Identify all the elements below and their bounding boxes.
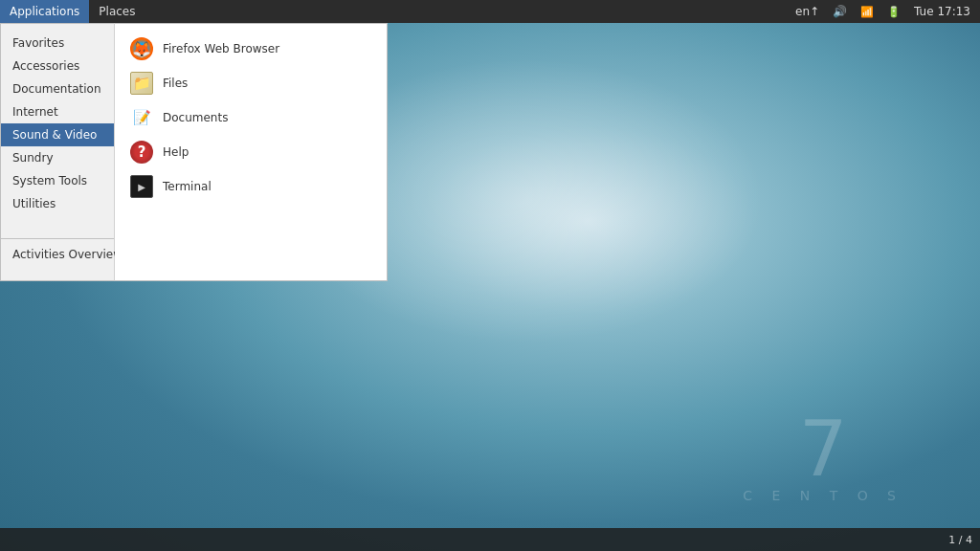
sidebar-item-internet[interactable]: Internet <box>1 100 114 123</box>
sidebar-item-accessories[interactable]: Accessories <box>1 55 114 77</box>
places-menu-button[interactable]: Places <box>89 0 145 23</box>
bottom-bar: 1 / 4 <box>0 528 980 551</box>
volume-icon-button[interactable]: 🔊 <box>829 0 851 23</box>
sidebar-item-sound-video[interactable]: Sound & Video <box>1 123 114 146</box>
panel-right: en↑ 🔊 📶 🔋 Tue 17:13 <box>791 0 980 23</box>
app-label-firefox: Firefox Web Browser <box>163 42 279 55</box>
documents-icon <box>130 106 153 129</box>
sidebar-item-activities[interactable]: Activities Overview <box>1 243 114 266</box>
sidebar-spacer <box>1 215 114 234</box>
menu-sidebar: Favorites Accessories Documentation Inte… <box>0 23 115 281</box>
app-item-firefox[interactable]: Firefox Web Browser <box>115 32 387 66</box>
panel-left: Applications Places <box>0 0 145 23</box>
top-panel: Applications Places en↑ 🔊 📶 🔋 Tue 17:13 <box>0 0 980 23</box>
centos-version-number: 7 <box>743 411 903 488</box>
workspace-indicator[interactable]: 1 / 4 <box>941 534 980 546</box>
app-label-terminal: Terminal <box>163 180 212 193</box>
battery-icon: 🔋 <box>887 6 901 18</box>
centos-watermark: 7 C E N T O S <box>743 411 903 503</box>
keyboard-lang-indicator[interactable]: en↑ <box>791 0 823 23</box>
app-item-help[interactable]: Help <box>115 135 387 169</box>
menu-content: Firefox Web Browser Files Documents Help… <box>115 23 388 281</box>
sidebar-item-documentation[interactable]: Documentation <box>1 77 114 100</box>
clock[interactable]: Tue 17:13 <box>910 0 974 23</box>
sidebar-item-utilities[interactable]: Utilities <box>1 192 114 215</box>
files-icon <box>130 72 153 95</box>
help-icon <box>130 141 153 164</box>
network-icon: 📶 <box>860 6 874 18</box>
sidebar-divider <box>1 238 114 239</box>
firefox-icon <box>130 37 153 60</box>
network-icon-button[interactable]: 📶 <box>857 0 878 23</box>
volume-icon: 🔊 <box>833 5 847 18</box>
app-item-files[interactable]: Files <box>115 66 387 100</box>
app-label-help: Help <box>163 145 189 159</box>
app-item-documents[interactable]: Documents <box>115 100 387 135</box>
sidebar-item-system-tools[interactable]: System Tools <box>1 169 114 192</box>
centos-label: C E N T O S <box>743 488 903 503</box>
applications-menu-button[interactable]: Applications <box>0 0 89 23</box>
app-item-terminal[interactable]: Terminal <box>115 169 387 204</box>
app-label-documents: Documents <box>163 111 228 124</box>
applications-menu: Favorites Accessories Documentation Inte… <box>0 23 388 281</box>
sidebar-item-favorites[interactable]: Favorites <box>1 32 114 55</box>
battery-icon-button[interactable]: 🔋 <box>883 0 904 23</box>
sidebar-item-sundry[interactable]: Sundry <box>1 146 114 169</box>
terminal-icon <box>130 175 153 198</box>
app-label-files: Files <box>163 77 188 90</box>
keyboard-lang-label: en↑ <box>795 5 819 18</box>
